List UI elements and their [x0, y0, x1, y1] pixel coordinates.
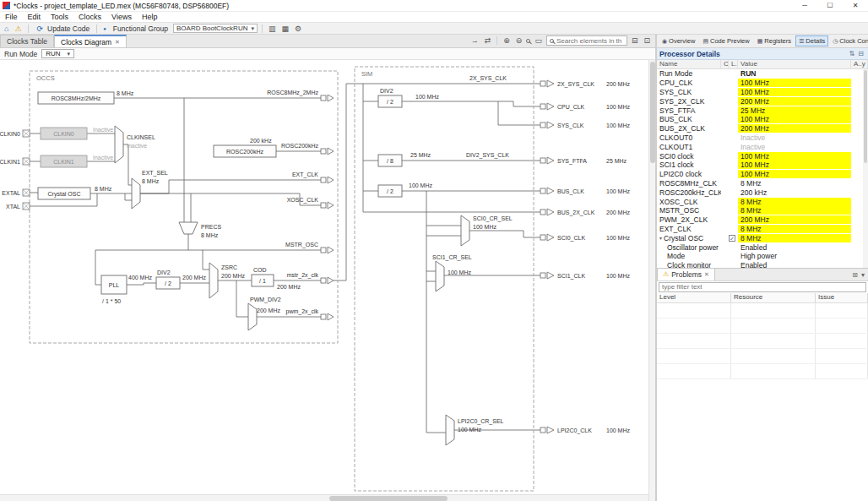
tab-close-icon[interactable]: ✕	[115, 39, 120, 46]
details-value[interactable]: 100 MHz	[738, 170, 851, 178]
search-input[interactable]	[556, 37, 624, 45]
details-value[interactable]: 100 MHz	[738, 79, 851, 87]
run-mode-select[interactable]: RUN ▾	[41, 49, 74, 58]
warning-icon[interactable]: ⚠	[13, 25, 23, 33]
column-l[interactable]: L..	[729, 60, 738, 68]
details-row-clkout1[interactable]: CLKOUT1Inactive	[657, 142, 868, 151]
home-icon[interactable]: ⌂	[3, 25, 10, 33]
details-row-bus-clk[interactable]: BUS_CLK100 MHz	[657, 115, 868, 124]
problems-filter-input[interactable]	[659, 282, 866, 292]
details-row-sys-clk[interactable]: SYS_CLK100 MHz	[657, 88, 868, 97]
details-value[interactable]: 200 MHz	[738, 124, 851, 133]
problems-grid-icon[interactable]: ⊞	[852, 271, 858, 279]
port-mstr-2x-clk[interactable]	[321, 278, 326, 283]
details-value[interactable]: High power	[738, 252, 851, 260]
details-row-run-mode[interactable]: Run ModeRUN	[657, 69, 868, 79]
tab-problems[interactable]: ⚠ Problems ✕	[657, 268, 715, 280]
details-value[interactable]: 8 MHz	[738, 206, 851, 215]
zoom-in-icon[interactable]: ⊕	[502, 36, 512, 45]
details-value[interactable]: 8 MHz	[738, 198, 851, 206]
minimize-button[interactable]: ─	[792, 0, 817, 12]
details-value[interactable]: Inactive	[738, 143, 851, 151]
details-value[interactable]: 25 MHz	[738, 106, 851, 115]
menu-tools[interactable]: Tools	[46, 13, 73, 21]
port-sys-clk[interactable]	[540, 123, 545, 128]
view-clock-consumers[interactable]: ◷ Clock Consumers	[829, 35, 868, 46]
port-mstr-osc[interactable]	[321, 248, 326, 253]
sci1-cr-sel-mux[interactable]	[436, 261, 444, 291]
sort-icon[interactable]: ⇅	[848, 50, 857, 57]
details-row-clkout0[interactable]: CLKOUT0Inactive	[657, 133, 868, 143]
details-row-sci0-clock[interactable]: SCI0 clock100 MHz	[657, 151, 868, 161]
clkinsel-mux[interactable]	[115, 126, 123, 163]
tab-clocks-diagram[interactable]: Clocks Diagram ✕	[54, 35, 127, 47]
details-value[interactable]: 200 kHz	[738, 188, 851, 197]
details-value[interactable]: Inactive	[738, 133, 851, 142]
port-rosc8mhz-2mhz[interactable]	[321, 95, 326, 101]
port-rosc200khz[interactable]	[321, 149, 326, 154]
zoom-search-icon[interactable]	[526, 39, 530, 43]
maximize-view-icon[interactable]: ⊡	[642, 36, 652, 45]
collapse-all-icon[interactable]: ⊟	[856, 50, 865, 57]
details-row-pwm-2x-clk[interactable]: PWM_2X_CLK200 MHz	[657, 215, 868, 225]
view-registers[interactable]: ▦ Registers	[754, 35, 795, 46]
details-value[interactable]: 200 MHz	[738, 97, 851, 106]
column-issue[interactable]: Issue	[816, 293, 868, 302]
port-ext-clk[interactable]	[321, 177, 326, 182]
details-row-clock-monitor[interactable]: Clock monitorEnabled	[657, 261, 868, 268]
port-xosc-clk[interactable]	[321, 203, 326, 208]
details-value[interactable]: 8 MHz	[738, 225, 851, 233]
details-value[interactable]: 100 MHz	[738, 161, 851, 169]
menu-clocks[interactable]: Clocks	[73, 13, 106, 21]
details-value[interactable]: 8 MHz	[738, 234, 851, 242]
port-bus-clk[interactable]	[540, 188, 545, 193]
details-row-sci1-clock[interactable]: SCI1 clock100 MHz	[657, 161, 868, 170]
details-row-ext-clk[interactable]: EXT_CLK8 MHz	[657, 225, 868, 234]
details-value[interactable]: 200 MHz	[738, 215, 851, 224]
pwm-div2-mux[interactable]	[248, 303, 257, 330]
update-code-button[interactable]: ⟳ Update Code	[33, 25, 93, 33]
tab-clocks-table[interactable]: Clocks Table	[0, 35, 54, 47]
problems-menu-icon[interactable]: ▾	[861, 271, 865, 279]
details-row-sys-2x-clk[interactable]: SYS_2X_CLK200 MHz	[657, 96, 868, 106]
details-row-sys-ftfa[interactable]: SYS_FTFA25 MHz	[657, 106, 868, 115]
maximize-button[interactable]: ☐	[817, 0, 843, 12]
details-row-mode[interactable]: ModeHigh power	[657, 252, 868, 261]
port-bus-2x-clk[interactable]	[540, 210, 545, 215]
menu-edit[interactable]: Edit	[23, 13, 46, 21]
canvas-horizontal-scrollbar[interactable]	[0, 494, 648, 501]
menu-views[interactable]: Views	[106, 13, 137, 21]
details-row-oscillator-power[interactable]: Oscillator powerEnabled	[657, 242, 868, 252]
copy-icon[interactable]: ▥	[267, 25, 278, 33]
menu-help[interactable]: Help	[137, 13, 163, 21]
functional-group-select[interactable]: BOARD BootClockRUN ▾	[173, 24, 258, 33]
details-value[interactable]: Enabled	[738, 243, 851, 252]
close-button[interactable]: ✕	[843, 0, 868, 12]
details-row-crystal-osc[interactable]: ▾Crystal OSC✓8 MHz	[657, 233, 868, 242]
view-overview[interactable]: ◉ Overview	[659, 35, 698, 46]
swap-view-icon[interactable]: ⇄	[483, 36, 493, 45]
details-value[interactable]: Enabled	[738, 261, 851, 267]
details-row-mstr-osc[interactable]: MSTR_OSC8 MHz	[657, 206, 868, 215]
details-scrollbar[interactable]	[863, 69, 868, 268]
port-lpi2c0-clk[interactable]	[540, 427, 545, 433]
port-sci0-clk[interactable]	[540, 235, 545, 240]
zoom-out-icon[interactable]: ⊖	[514, 36, 524, 45]
navigate-forward-icon[interactable]: →	[469, 36, 480, 45]
canvas-vertical-scrollbar[interactable]	[648, 60, 655, 501]
details-value[interactable]: 100 MHz	[738, 88, 851, 96]
column-accuracy[interactable]: A..y	[851, 60, 868, 68]
clocks-diagram-canvas[interactable]: OCCSSIMCLKIN0CLKIN1EXTALXTALROSC8MHz/2MH…	[0, 60, 648, 494]
details-value[interactable]: 100 MHz	[738, 115, 851, 123]
problems-close-icon[interactable]: ✕	[704, 271, 709, 278]
minimize-view-icon[interactable]: ⊟	[630, 36, 640, 45]
details-row-cpu-clk[interactable]: CPU_CLK100 MHz	[657, 79, 868, 88]
details-value[interactable]: 100 MHz	[738, 152, 851, 161]
ext-sel-mux[interactable]	[132, 178, 140, 209]
details-row-xosc-clk[interactable]: XOSC_CLK8 MHz	[657, 197, 868, 206]
zsrc-mux[interactable]	[209, 263, 218, 298]
grid-icon[interactable]: ▦	[279, 25, 290, 33]
port-sci1-clk[interactable]	[540, 273, 545, 278]
sci0-cr-sel-mux[interactable]	[461, 215, 469, 246]
column-level[interactable]: Level	[657, 293, 731, 302]
